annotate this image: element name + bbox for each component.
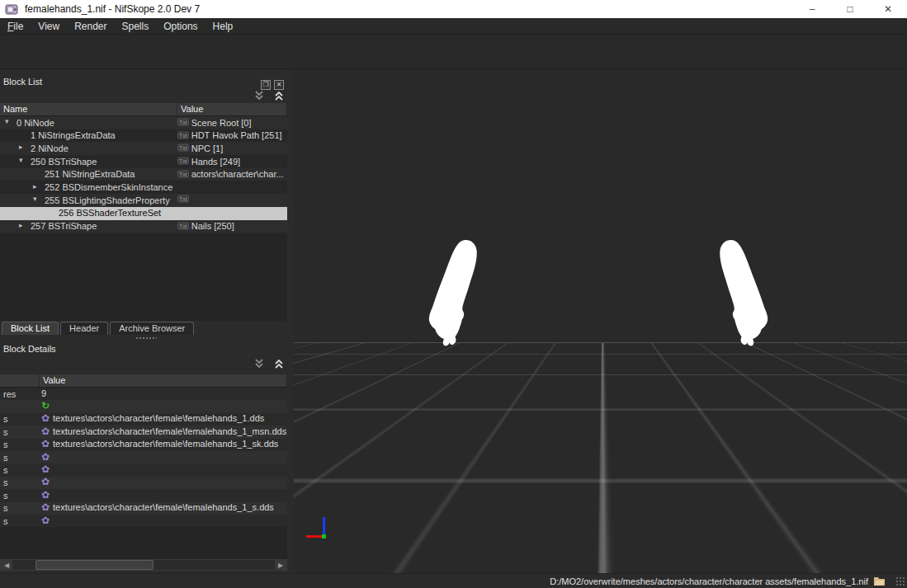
menu-item-spells[interactable]: Spells bbox=[115, 19, 157, 34]
tree-row[interactable]: ▸252 BSDismemberSkinInstance bbox=[0, 181, 287, 195]
collapse-all-icon[interactable] bbox=[272, 358, 286, 369]
details-value-text: textures\actors\character\female\femaleh… bbox=[53, 413, 264, 423]
details-row[interactable]: s✿ bbox=[0, 489, 287, 501]
details-row[interactable]: s✿ bbox=[0, 463, 287, 476]
string-type-icon: Txt bbox=[177, 170, 189, 177]
tree-value-text: Hands [249] bbox=[191, 157, 240, 167]
details-row[interactable]: ↻ bbox=[0, 400, 287, 412]
details-name-cell: res bbox=[3, 389, 16, 399]
column-header-name[interactable]: Name bbox=[0, 103, 177, 115]
close-panel-icon[interactable]: ✕ bbox=[274, 80, 284, 90]
scroll-left-arrow-icon[interactable]: ◀ bbox=[1, 560, 12, 570]
expander-open-icon[interactable]: ▾ bbox=[5, 117, 9, 125]
expander-closed-icon[interactable]: ▸ bbox=[19, 143, 23, 151]
folder-icon[interactable] bbox=[873, 576, 886, 586]
menu-item-render[interactable]: Render bbox=[67, 19, 114, 34]
menu-item-help[interactable]: Help bbox=[205, 19, 241, 34]
block-details-table[interactable]: res9↻s✿textures\actors\character\female\… bbox=[0, 388, 287, 559]
tree-name-cell: 257 BSTriShape bbox=[31, 221, 97, 231]
left-hand-mesh[interactable] bbox=[413, 231, 503, 346]
texture-icon: ✿ bbox=[41, 490, 50, 500]
tab-archive-browser[interactable]: Archive Browser bbox=[110, 322, 194, 335]
horizontal-scrollbar[interactable]: ◀ ▶ bbox=[0, 559, 287, 571]
tree-row[interactable]: 1 NiStringsExtraDataTxtHDT Havok Path [2… bbox=[0, 129, 287, 143]
details-row[interactable]: s✿textures\actors\character\female\femal… bbox=[0, 502, 287, 515]
tab-header[interactable]: Header bbox=[60, 322, 108, 335]
scrollbar-thumb[interactable] bbox=[35, 560, 154, 570]
string-type-icon: Txt bbox=[177, 144, 189, 152]
menu-item-file[interactable]: File bbox=[0, 19, 31, 34]
details-value-cell: 9 bbox=[41, 388, 46, 398]
app-icon[interactable] bbox=[5, 3, 18, 15]
details-row[interactable]: s✿ bbox=[0, 477, 287, 489]
details-row[interactable]: s✿textures\actors\character\female\femal… bbox=[0, 439, 287, 451]
render-viewport[interactable] bbox=[294, 69, 907, 573]
menu-item-options[interactable]: Options bbox=[156, 19, 205, 34]
tree-row[interactable]: ▸2 NiNodeTxtNPC [1] bbox=[0, 142, 287, 155]
details-row[interactable]: s✿textures\actors\character\female\femal… bbox=[0, 426, 287, 438]
block-details-header[interactable]: Value bbox=[0, 374, 287, 388]
tree-row[interactable]: ▾255 BSLightingShaderPropertyTxt bbox=[0, 194, 287, 207]
scroll-right-arrow-icon[interactable]: ▶ bbox=[275, 560, 286, 570]
column-header-value[interactable]: Value bbox=[177, 103, 287, 115]
texture-icon: ✿ bbox=[41, 515, 50, 525]
scrollbar-track[interactable] bbox=[12, 560, 275, 570]
tree-value-text: HDT Havok Path [251] bbox=[191, 130, 282, 140]
expand-all-icon[interactable] bbox=[253, 90, 266, 101]
refresh-icon[interactable]: ↻ bbox=[41, 401, 50, 411]
dock-viewport-splitter[interactable] bbox=[287, 69, 294, 573]
right-hand-mesh[interactable] bbox=[693, 231, 784, 346]
nifskope-window: femalehands_1.nif - NifSkope 2.0 Dev 7 –… bbox=[0, 0, 907, 588]
details-name-cell: s bbox=[3, 516, 8, 526]
string-type-icon: Txt bbox=[177, 195, 189, 202]
texture-icon: ✿ bbox=[41, 477, 50, 487]
expand-all-icon[interactable] bbox=[253, 358, 266, 369]
tree-row[interactable]: ▾250 BSTriShapeTxtHands [249] bbox=[0, 155, 287, 168]
menu-item-view[interactable]: View bbox=[31, 19, 67, 34]
details-value-cell: ✿textures\actors\character\female\female… bbox=[41, 439, 278, 449]
collapse-all-icon[interactable] bbox=[272, 90, 286, 101]
expander-open-icon[interactable]: ▾ bbox=[19, 156, 23, 164]
details-row[interactable]: res9 bbox=[0, 388, 287, 400]
resize-grip[interactable] bbox=[895, 576, 905, 586]
tree-row[interactable]: ▸257 BSTriShapeTxtNails [250] bbox=[0, 220, 287, 233]
maximize-button[interactable]: □ bbox=[831, 0, 869, 18]
details-name-cell: s bbox=[3, 503, 8, 513]
tree-value-cell: TxtHands [249] bbox=[177, 157, 240, 167]
details-value-text: textures\actors\character\female\femaleh… bbox=[53, 426, 286, 436]
expander-closed-icon[interactable]: ▸ bbox=[33, 182, 37, 191]
column-header-blank[interactable] bbox=[0, 374, 40, 387]
details-row[interactable]: s✿ bbox=[0, 451, 287, 463]
tab-block-list[interactable]: Block List bbox=[2, 322, 59, 335]
minimize-button[interactable]: – bbox=[793, 0, 831, 18]
details-value-text: textures\actors\character\female\femaleh… bbox=[53, 502, 274, 512]
ground-grid bbox=[294, 343, 907, 573]
block-list-tree[interactable]: ▾0 NiNodeTxtScene Root [0]1 NiStringsExt… bbox=[0, 116, 287, 321]
string-type-icon: Txt bbox=[177, 119, 189, 126]
panel-splitter-handle[interactable] bbox=[135, 336, 157, 340]
details-value-cell: ↻ bbox=[41, 401, 50, 411]
tree-value-text: NPC [1] bbox=[191, 143, 224, 153]
details-value-text: textures\actors\character\female\femaleh… bbox=[53, 439, 278, 449]
origin-dot bbox=[322, 534, 327, 539]
details-row[interactable]: s✿ bbox=[0, 515, 287, 527]
tree-value-text: actors\character\char... bbox=[191, 169, 284, 179]
tree-value-text: Scene Root [0] bbox=[191, 118, 252, 128]
tree-row[interactable]: ▾0 NiNodeTxtScene Root [0] bbox=[0, 116, 287, 129]
window-title: femalehands_1.nif - NifSkope 2.0 Dev 7 bbox=[25, 3, 200, 15]
expander-closed-icon[interactable]: ▸ bbox=[19, 221, 23, 229]
details-value-cell: ✿textures\actors\character\female\female… bbox=[41, 502, 274, 512]
float-panel-icon[interactable]: ❐ bbox=[261, 80, 271, 90]
tree-row[interactable]: 256 BSShaderTextureSet bbox=[0, 207, 287, 220]
tree-row[interactable]: 251 NiStringExtraDataTxtactors\character… bbox=[0, 168, 287, 181]
texture-icon: ✿ bbox=[41, 439, 50, 449]
tree-name-cell: 256 BSShaderTextureSet bbox=[59, 208, 161, 218]
column-header-value[interactable]: Value bbox=[40, 374, 287, 387]
close-button[interactable]: ✕ bbox=[869, 0, 907, 18]
details-row[interactable]: s✿textures\actors\character\female\femal… bbox=[0, 413, 287, 426]
details-name-cell: s bbox=[3, 453, 8, 463]
expander-open-icon[interactable]: ▾ bbox=[33, 195, 37, 203]
block-list-header[interactable]: Name Value bbox=[0, 103, 287, 116]
texture-icon: ✿ bbox=[41, 452, 50, 462]
details-value-text: 9 bbox=[41, 388, 46, 398]
